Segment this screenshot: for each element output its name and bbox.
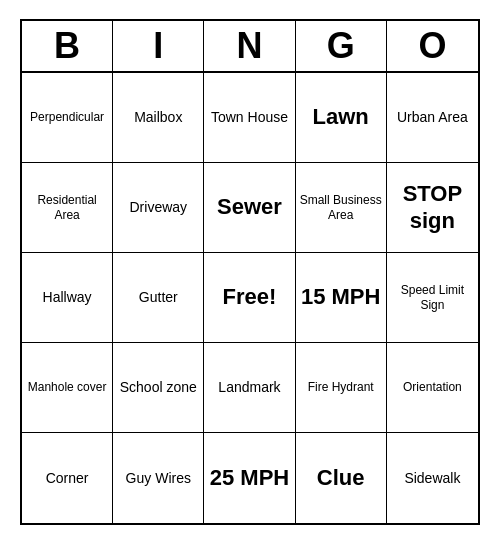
cell-text-19: Orientation	[403, 380, 462, 394]
cell-text-10: Hallway	[43, 289, 92, 306]
header-letter-b: B	[22, 21, 113, 71]
cell-text-20: Corner	[46, 470, 89, 487]
cell-text-14: Speed Limit Sign	[391, 283, 474, 312]
cell-text-16: School zone	[120, 379, 197, 396]
bingo-cell-11: Gutter	[113, 253, 204, 343]
bingo-cell-19: Orientation	[387, 343, 478, 433]
bingo-cell-18: Fire Hydrant	[296, 343, 387, 433]
bingo-cell-1: Mailbox	[113, 73, 204, 163]
header-letter-i: I	[113, 21, 204, 71]
bingo-cell-0: Perpendicular	[22, 73, 113, 163]
bingo-cell-14: Speed Limit Sign	[387, 253, 478, 343]
bingo-cell-3: Lawn	[296, 73, 387, 163]
cell-text-6: Driveway	[130, 199, 188, 216]
bingo-cell-8: Small Business Area	[296, 163, 387, 253]
cell-text-12: Free!	[223, 284, 277, 310]
cell-text-9: STOP sign	[391, 181, 474, 234]
bingo-cell-7: Sewer	[204, 163, 295, 253]
cell-text-0: Perpendicular	[30, 110, 104, 124]
header-letter-o: O	[387, 21, 478, 71]
bingo-cell-2: Town House	[204, 73, 295, 163]
bingo-cell-10: Hallway	[22, 253, 113, 343]
cell-text-7: Sewer	[217, 194, 282, 220]
bingo-card: BINGO PerpendicularMailboxTown HouseLawn…	[20, 19, 480, 525]
bingo-cell-17: Landmark	[204, 343, 295, 433]
cell-text-8: Small Business Area	[300, 193, 382, 222]
bingo-cell-21: Guy Wires	[113, 433, 204, 523]
cell-text-17: Landmark	[218, 379, 280, 396]
bingo-cell-22: 25 MPH	[204, 433, 295, 523]
bingo-cell-6: Driveway	[113, 163, 204, 253]
cell-text-15: Manhole cover	[28, 380, 107, 394]
bingo-cell-24: Sidewalk	[387, 433, 478, 523]
cell-text-13: 15 MPH	[301, 284, 380, 310]
header-letter-n: N	[204, 21, 295, 71]
bingo-cell-16: School zone	[113, 343, 204, 433]
cell-text-5: Residential Area	[26, 193, 108, 222]
cell-text-21: Guy Wires	[126, 470, 191, 487]
cell-text-18: Fire Hydrant	[308, 380, 374, 394]
cell-text-4: Urban Area	[397, 109, 468, 126]
cell-text-2: Town House	[211, 109, 288, 126]
bingo-cell-4: Urban Area	[387, 73, 478, 163]
bingo-cell-15: Manhole cover	[22, 343, 113, 433]
cell-text-24: Sidewalk	[404, 470, 460, 487]
cell-text-23: Clue	[317, 465, 365, 491]
bingo-cell-12: Free!	[204, 253, 295, 343]
cell-text-1: Mailbox	[134, 109, 182, 126]
bingo-cell-23: Clue	[296, 433, 387, 523]
cell-text-11: Gutter	[139, 289, 178, 306]
bingo-cell-5: Residential Area	[22, 163, 113, 253]
cell-text-22: 25 MPH	[210, 465, 289, 491]
bingo-header: BINGO	[22, 21, 478, 73]
bingo-cell-20: Corner	[22, 433, 113, 523]
cell-text-3: Lawn	[313, 104, 369, 130]
bingo-grid: PerpendicularMailboxTown HouseLawnUrban …	[22, 73, 478, 523]
bingo-cell-9: STOP sign	[387, 163, 478, 253]
header-letter-g: G	[296, 21, 387, 71]
bingo-cell-13: 15 MPH	[296, 253, 387, 343]
